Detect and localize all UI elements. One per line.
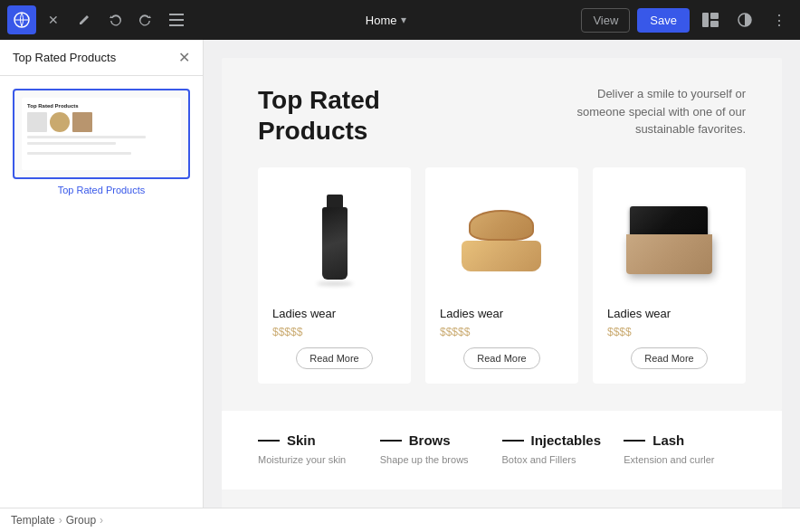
toolbar-right: View Save ⋮ (581, 6, 793, 33)
thumb-line-1 (27, 136, 146, 138)
svg-rect-2 (169, 19, 184, 21)
svg-rect-6 (710, 21, 719, 27)
redo-button[interactable] (132, 6, 159, 33)
sidebar-content: Top Rated Products Top Rated Products (0, 76, 203, 508)
category-item-lash: Lash Extension and curler (624, 432, 746, 467)
category-header-injectables: Injectables (502, 432, 624, 448)
category-item-injectables: Injectables Botox and Fillers (502, 432, 624, 467)
save-button[interactable]: Save (637, 8, 690, 33)
list-button[interactable] (163, 6, 190, 33)
thumb-row (27, 112, 176, 132)
undo-button[interactable] (101, 6, 129, 33)
canvas: Top RatedProducts Deliver a smile to you… (204, 40, 800, 508)
product-name-2: Ladies wear (440, 307, 503, 320)
thumb-product-3 (72, 112, 92, 132)
read-more-button-3[interactable]: Read More (631, 347, 707, 369)
category-name-lash: Lash (652, 432, 684, 448)
product-card-1: Ladies wear $$$$$ Read More (258, 167, 411, 384)
layout-icon[interactable] (697, 6, 724, 33)
product-card-2: Ladies wear $$$$$ Read More (425, 167, 578, 384)
categories-section: Skin Moisturize your skin Brows Shape up… (222, 411, 782, 489)
category-line-brows (380, 440, 402, 442)
section-title: Top RatedProducts (258, 85, 380, 146)
sidebar-title: Top Rated Products (13, 51, 116, 64)
breadcrumb-template[interactable]: Template (11, 514, 55, 527)
category-line-lash (624, 440, 645, 442)
product-image-area-2 (440, 185, 564, 294)
category-item-skin: Skin Moisturize your skin (258, 432, 380, 467)
svg-rect-3 (169, 24, 184, 26)
read-more-button-1[interactable]: Read More (296, 347, 372, 369)
category-name-injectables: Injectables (531, 432, 602, 448)
product-name-1: Ladies wear (272, 307, 336, 320)
top-rated-section: Top RatedProducts Deliver a smile to you… (222, 58, 782, 411)
wordpress-icon[interactable] (7, 5, 36, 34)
toolbar-left: ✕ (7, 5, 190, 34)
product-card-3: Ladies wear $$$$ Read More (593, 167, 746, 384)
category-name-skin: Skin (287, 432, 316, 448)
template-label: Top Rated Products (13, 185, 190, 195)
category-desc-injectables: Botox and Fillers (502, 453, 624, 467)
thumb-title: Top Rated Products (27, 103, 176, 109)
product-image-area-3 (607, 185, 731, 294)
category-desc-skin: Moisturize your skin (258, 453, 380, 467)
sidebar-header: Top Rated Products ✕ (0, 40, 203, 76)
thumb-line-3 (27, 152, 131, 155)
toolbar: ✕ Home ▾ View Save (0, 0, 800, 40)
product-name-3: Ladies wear (607, 307, 671, 320)
product-price-2: $$$$$ (440, 326, 470, 338)
svg-rect-5 (710, 13, 719, 19)
category-header-skin: Skin (258, 432, 380, 448)
breadcrumb-group[interactable]: Group (66, 514, 96, 527)
featured-section: Our FeaturedProducts Brighten your compl… (222, 489, 782, 508)
close-button[interactable]: ✕ (40, 6, 67, 33)
view-button[interactable]: View (581, 8, 630, 33)
category-line-skin (258, 440, 280, 442)
category-name-brows: Brows (409, 432, 451, 448)
pen-button[interactable] (71, 6, 98, 33)
svg-rect-4 (702, 13, 709, 27)
home-link[interactable]: Home ▾ (366, 14, 406, 27)
thumb-product-2 (50, 112, 70, 132)
category-desc-brows: Shape up the brows (380, 453, 502, 467)
product-price-3: $$$$ (607, 326, 632, 338)
chevron-down-icon: ▾ (401, 14, 406, 26)
svg-rect-1 (169, 14, 184, 15)
breadcrumb-sep-1: › (59, 514, 62, 527)
contrast-icon[interactable] (731, 6, 758, 33)
category-line-injectables (502, 440, 524, 442)
products-row: Ladies wear $$$$$ Read More Ladies wear … (258, 167, 746, 384)
category-item-brows: Brows Shape up the brows (380, 432, 502, 467)
category-header-brows: Brows (380, 432, 502, 448)
section-description: Deliver a smile to yourself or someone s… (565, 85, 746, 138)
main-layout: Top Rated Products ✕ Top Rated Products … (0, 40, 800, 508)
home-label: Home (366, 14, 397, 27)
product-image-area-1 (272, 185, 396, 294)
template-thumbnail[interactable]: Top Rated Products (13, 89, 190, 179)
thumb-product-1 (27, 112, 47, 132)
breadcrumb: Template › Group › (0, 508, 800, 532)
thumb-inner: Top Rated Products (22, 98, 181, 170)
breadcrumb-sep-2: › (100, 514, 103, 527)
category-header-lash: Lash (624, 432, 746, 448)
toolbar-center: Home ▾ (366, 14, 406, 27)
sidebar: Top Rated Products ✕ Top Rated Products … (0, 40, 204, 508)
product-price-1: $$$$$ (272, 326, 302, 338)
thumb-line-2 (27, 142, 116, 145)
section-header: Top RatedProducts Deliver a smile to you… (258, 85, 746, 146)
read-more-button-2[interactable]: Read More (463, 347, 539, 369)
sidebar-close-button[interactable]: ✕ (178, 49, 190, 66)
category-desc-lash: Extension and curler (624, 453, 746, 467)
more-options-icon[interactable]: ⋮ (766, 6, 793, 33)
